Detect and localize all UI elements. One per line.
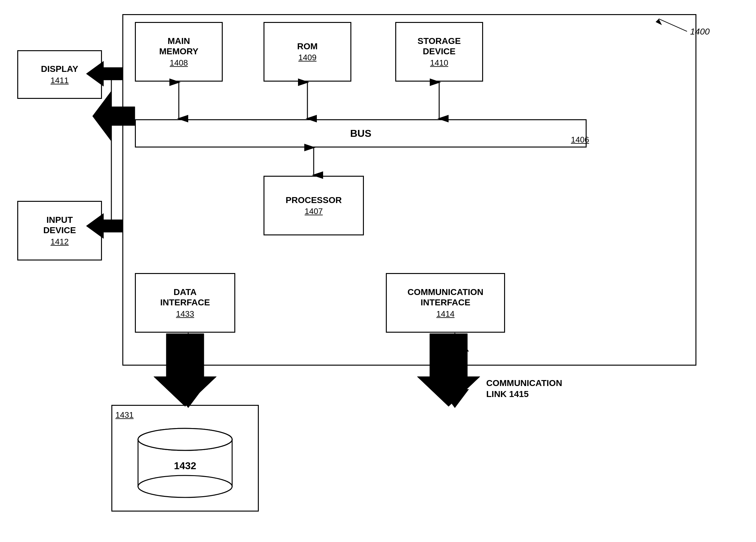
svg-text:1400: 1400 bbox=[690, 27, 710, 36]
svg-marker-7 bbox=[93, 91, 135, 141]
svg-line-13 bbox=[659, 19, 687, 31]
data-arrow-svg bbox=[157, 333, 220, 408]
svg-marker-24 bbox=[441, 352, 469, 408]
database-cylinder-svg: 1432 bbox=[122, 424, 248, 499]
comm-arrow-svg bbox=[423, 333, 486, 408]
svg-marker-5 bbox=[86, 213, 122, 238]
svg-point-19 bbox=[138, 428, 232, 450]
diagram-container: MAINMEMORY 1408 ROM 1409 STORAGEDEVICE 1… bbox=[0, 0, 756, 542]
connections-svg: COMMUNICATION LINK 1415 1400 bbox=[0, 0, 756, 542]
svg-marker-22 bbox=[174, 352, 202, 408]
svg-text:COMMUNICATION: COMMUNICATION bbox=[486, 378, 562, 388]
svg-marker-4 bbox=[86, 61, 122, 86]
svg-point-18 bbox=[138, 476, 232, 497]
svg-text:1432: 1432 bbox=[174, 460, 196, 471]
svg-text:LINK 1415: LINK 1415 bbox=[486, 389, 529, 399]
